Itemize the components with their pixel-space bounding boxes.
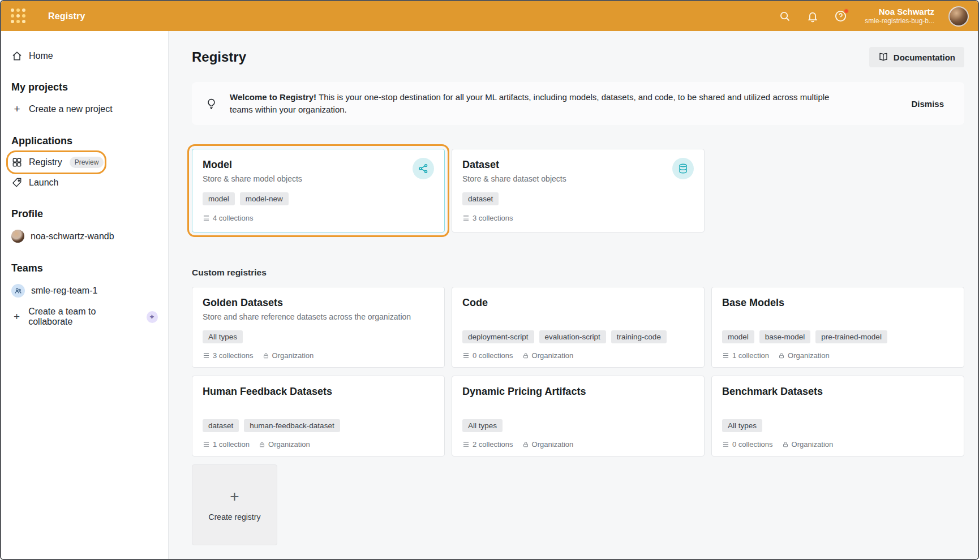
help-icon[interactable] [834,10,847,23]
user-avatar[interactable] [948,6,969,27]
registry-card-human-feedback-datasets[interactable]: Human Feedback Datasets dataset human-fe… [192,376,445,456]
card-subtitle: Store & share dataset objects [462,174,566,186]
tag: evaluation-script [539,330,606,343]
topbar-title: Registry [48,11,85,21]
documentation-button[interactable]: Documentation [869,47,964,67]
collections-icon [722,441,729,448]
sidebar-item-profile[interactable]: noa-schwartz-wandb [1,225,168,247]
collections-icon [203,441,210,448]
tag: training-code [611,330,667,343]
plus-icon: + [11,103,23,115]
annotation-model-highlight [187,144,449,237]
bell-icon[interactable] [806,10,819,23]
registry-card-code[interactable]: Code deployment-script evaluation-script… [452,287,705,368]
registry-card-benchmark-datasets[interactable]: Benchmark Datasets All types 0 collectio… [711,376,964,456]
tag: base-model [759,330,811,343]
profile-name: noa-schwartz-wandb [31,231,114,242]
visibility-label: Organization [532,440,574,449]
card-subtitle [203,401,434,412]
tag: All types [203,330,243,343]
plus-icon: + [230,489,239,505]
collections-count: 4 collections [213,214,254,222]
user-org: smle-registries-bug-b... [865,17,934,25]
teams-heading: Teams [1,247,168,279]
create-project-label: Create a new project [29,104,113,114]
registry-card-model[interactable]: Model Store & share model objects model … [192,149,445,232]
card-subtitle [722,312,954,324]
wandb-logo-icon[interactable] [10,8,27,25]
home-label: Home [29,51,53,61]
collections-count: 0 collections [732,440,773,449]
sidebar-item-home[interactable]: Home [1,46,168,66]
tag: dataset [203,419,239,432]
lock-icon [782,441,789,448]
collections-icon [203,214,210,222]
search-icon[interactable] [778,10,792,23]
main-content: Registry Documentation Welcome to Regist… [169,31,978,560]
card-subtitle [722,401,954,412]
card-subtitle [462,312,694,324]
card-subtitle: Store and share reference datasets acros… [203,312,434,324]
notification-dot [844,8,849,14]
sidebar: Home My projects + Create a new project … [1,31,169,560]
create-team-label: Create a team to collaborate [28,307,138,327]
visibility-label: Organization [268,440,310,449]
plus-icon: + [11,311,22,323]
lock-icon [778,352,785,359]
visibility-label: Organization [272,351,314,360]
collections-icon [462,214,470,222]
user-info[interactable]: Noa Schwartz smle-registries-bug-b... [865,7,934,26]
tag: human-feedback-dataset [244,419,340,432]
card-title: Benchmark Datasets [722,386,954,398]
create-registry-label: Create registry [209,512,261,522]
card-title: Base Models [722,297,954,309]
card-title: Golden Datasets [203,297,434,309]
collections-count: 3 collections [473,214,513,222]
tag: All types [462,419,503,432]
card-title: Dataset [462,159,566,171]
dataset-icon [672,158,694,179]
applications-heading: Applications [1,120,168,152]
team-name: smle-reg-team-1 [31,286,97,296]
custom-registries-heading: Custom registries [192,268,962,278]
registry-card-dataset[interactable]: Dataset Store & share dataset objects da… [452,149,705,232]
registry-icon [11,157,23,168]
sparkle-badge-icon [147,311,158,323]
registry-label: Registry [29,157,62,167]
card-title: Model [203,159,302,171]
card-subtitle: Store & share model objects [203,174,302,186]
launch-label: Launch [29,178,59,188]
profile-heading: Profile [1,193,168,225]
card-title: Code [462,297,694,309]
visibility-label: Organization [792,440,834,449]
create-registry-button[interactable]: + Create registry [192,464,277,545]
collections-count: 1 collection [732,351,769,360]
sidebar-item-registry[interactable]: Registry Preview [1,152,168,173]
book-icon [878,52,888,62]
model-icon [413,158,434,179]
lock-icon [522,352,529,359]
collections-count: 1 collection [213,440,250,449]
collections-icon [203,352,210,359]
create-project-button[interactable]: + Create a new project [1,98,168,120]
registry-card-dynamic-pricing-artifacts[interactable]: Dynamic Pricing Artifacts All types 2 co… [452,376,705,456]
sidebar-item-team[interactable]: smle-reg-team-1 [1,279,168,302]
registry-card-base-models[interactable]: Base Models model base-model pre-trained… [711,287,964,368]
preview-badge: Preview [70,157,104,168]
lock-icon [263,352,269,359]
topbar: Registry Noa Schwartz smle-registries-bu… [1,1,978,31]
collections-icon [722,352,729,359]
tag: pre-trained-model [815,330,887,343]
registry-card-golden-datasets[interactable]: Golden Datasets Store and share referenc… [192,287,445,368]
card-title: Human Feedback Datasets [203,386,434,398]
launch-tag-icon [11,177,23,188]
tag: model-new [240,192,289,205]
documentation-label: Documentation [894,53,955,62]
welcome-banner: Welcome to Registry! This is your one-st… [192,82,964,125]
dismiss-button[interactable]: Dismiss [905,96,950,112]
create-team-button[interactable]: + Create a team to collaborate [1,302,168,331]
sidebar-item-launch[interactable]: Launch [1,173,168,193]
card-subtitle [462,401,694,412]
profile-avatar [11,230,24,243]
visibility-label: Organization [788,351,830,360]
